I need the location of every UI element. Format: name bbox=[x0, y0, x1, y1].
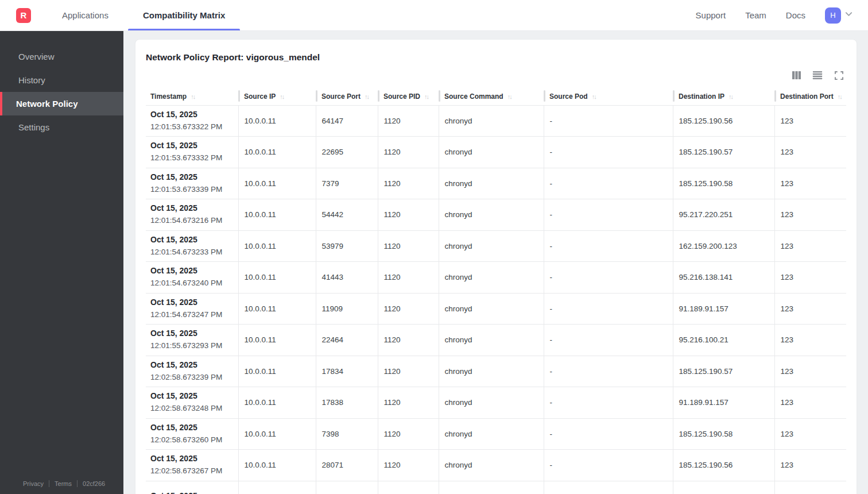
sort-icon[interactable]: ↑↓ bbox=[507, 93, 512, 100]
nav-tabs: ApplicationsCompatibility Matrix bbox=[47, 0, 240, 30]
avatar[interactable]: H bbox=[825, 7, 841, 24]
source-command-cell: chronyd bbox=[439, 387, 544, 419]
fullscreen-icon[interactable] bbox=[834, 70, 844, 80]
columns-view-icon[interactable] bbox=[791, 70, 801, 80]
footer-divider bbox=[49, 480, 49, 487]
destination-ip-cell: 95.216.100.21 bbox=[673, 325, 774, 356]
sort-icon[interactable]: ↑↓ bbox=[424, 93, 428, 100]
table-row: Oct 15, 202512:01:54.673240 PM10.0.0.114… bbox=[146, 262, 846, 294]
column-header-source-command[interactable]: Source Command↑↓ bbox=[439, 88, 544, 105]
source-pod-cell: - bbox=[544, 450, 673, 481]
source-ip-cell: 10.0.0.11 bbox=[238, 293, 316, 325]
chevron-down-icon[interactable] bbox=[844, 10, 853, 21]
timestamp-date: Oct 15, 2025 bbox=[150, 490, 238, 494]
nav-right: SupportTeamDocs H bbox=[696, 0, 868, 30]
sort-icon[interactable]: ↑↓ bbox=[592, 93, 596, 100]
privacy-link[interactable]: Privacy bbox=[23, 480, 44, 487]
column-header-source-pod[interactable]: Source Pod↑↓ bbox=[544, 88, 673, 105]
rows-view-icon[interactable] bbox=[812, 70, 823, 80]
source-pod-cell: - bbox=[544, 105, 673, 137]
timestamp-time: 12:01:53.673332 PM bbox=[150, 152, 238, 164]
source-command-cell: chronyd bbox=[439, 418, 544, 450]
source-pod-cell: - bbox=[544, 293, 673, 325]
source-command-cell: chronyd bbox=[439, 199, 544, 231]
destination-port-cell: 123 bbox=[774, 168, 846, 199]
source-command-cell: chronyd bbox=[439, 137, 544, 168]
column-header-source-pid[interactable]: Source PID↑↓ bbox=[378, 88, 439, 105]
column-header-source-port[interactable]: Source Port↑↓ bbox=[316, 88, 378, 105]
source-pid-cell: 1120 bbox=[378, 199, 439, 231]
source-pid-cell: 1120 bbox=[378, 262, 439, 294]
source-command-cell: chronyd bbox=[439, 262, 544, 294]
timestamp-cell: Oct 15, 202512:01:54.673233 PM bbox=[146, 230, 238, 262]
sidebar-item-network-policy[interactable]: Network Policy bbox=[0, 92, 123, 115]
timestamp-time: 12:02:58.673267 PM bbox=[150, 465, 238, 477]
timestamp-cell: Oct 15, 202512:01:53.673332 PM bbox=[146, 137, 238, 168]
timestamp-cell: Oct 15, 202512:01:55.673293 PM bbox=[146, 325, 238, 356]
column-label: Timestamp bbox=[150, 92, 187, 101]
column-header-source-ip[interactable]: Source IP↑↓ bbox=[238, 88, 316, 105]
sidebar-item-settings[interactable]: Settings bbox=[0, 115, 123, 139]
table-row: Oct 15, 202512:02:58.673239 PM10.0.0.111… bbox=[146, 356, 846, 387]
nav-link-team[interactable]: Team bbox=[745, 10, 766, 20]
column-label: Destination IP bbox=[679, 92, 724, 101]
main-content: Network Policy Report: vigorous_mendel T… bbox=[123, 31, 868, 494]
table-row: Oct 15, 202512:01:55.673293 PM10.0.0.112… bbox=[146, 325, 846, 356]
column-header-timestamp[interactable]: Timestamp↑↓ bbox=[146, 88, 238, 105]
sort-icon[interactable]: ↑↓ bbox=[280, 93, 284, 100]
nav-tab-compatibility-matrix[interactable]: Compatibility Matrix bbox=[128, 0, 240, 30]
sort-icon[interactable]: ↑↓ bbox=[365, 93, 369, 100]
column-header-destination-ip[interactable]: Destination IP↑↓ bbox=[673, 88, 774, 105]
destination-port-cell: 123 bbox=[774, 325, 846, 356]
timestamp-date: Oct 15, 2025 bbox=[150, 359, 238, 372]
timestamp-cell: Oct 15, 202512:01:54.673240 PM bbox=[146, 262, 238, 294]
sidebar-item-history[interactable]: History bbox=[0, 68, 123, 92]
sort-icon[interactable]: ↑↓ bbox=[728, 93, 733, 100]
timestamp-cell: Oct 15, 202512:01:53.673339 PM bbox=[146, 168, 238, 199]
app-logo[interactable]: R bbox=[16, 8, 31, 23]
source-port-cell: 64147 bbox=[316, 105, 378, 137]
timestamp-time: 12:01:54.673247 PM bbox=[150, 309, 238, 321]
destination-ip-cell: 91.189.91.157 bbox=[673, 293, 774, 325]
source-ip-cell: 10.0.0.11 bbox=[238, 450, 316, 481]
timestamp-date: Oct 15, 2025 bbox=[150, 390, 238, 403]
timestamp-date: Oct 15, 2025 bbox=[150, 327, 238, 340]
source-ip-cell: 10.0.0.11 bbox=[238, 325, 316, 356]
source-port-cell: 17834 bbox=[316, 356, 378, 387]
source-command-cell: chronyd bbox=[439, 168, 544, 199]
report-card: Network Policy Report: vigorous_mendel T… bbox=[135, 39, 857, 494]
nav-link-docs[interactable]: Docs bbox=[786, 10, 805, 20]
sort-icon[interactable]: ↑↓ bbox=[838, 93, 842, 100]
column-header-destination-port[interactable]: Destination Port↑↓ bbox=[774, 88, 846, 105]
source-pid-cell: 1120 bbox=[378, 230, 439, 262]
source-pod-cell: - bbox=[544, 230, 673, 262]
logo-container: R bbox=[0, 0, 47, 30]
source-pod-cell: - bbox=[544, 387, 673, 419]
destination-port-cell: 123 bbox=[774, 262, 846, 294]
destination-port-cell: 123 bbox=[774, 356, 846, 387]
source-port-cell: 53979 bbox=[316, 230, 378, 262]
destination-ip-cell: 91.189.91.157 bbox=[673, 387, 774, 419]
destination-ip-cell: 185.125.190.57 bbox=[673, 356, 774, 387]
source-port-cell: 22695 bbox=[316, 137, 378, 168]
user-menu[interactable]: H bbox=[825, 7, 853, 24]
source-port-cell: 41443 bbox=[316, 262, 378, 294]
table-row: Oct 15, 202512:01:53.673339 PM10.0.0.117… bbox=[146, 168, 846, 199]
nav-tab-applications[interactable]: Applications bbox=[47, 0, 123, 30]
source-command-cell: chronyd bbox=[439, 450, 544, 481]
timestamp-date: Oct 15, 2025 bbox=[150, 265, 238, 277]
terms-link[interactable]: Terms bbox=[55, 480, 72, 487]
destination-ip-cell: 162.159.200.123 bbox=[673, 230, 774, 262]
destination-port-cell: 123 bbox=[774, 230, 846, 262]
source-port-cell: 11909 bbox=[316, 293, 378, 325]
table-row: Oct 15, 202512:02:58.673260 PM10.0.0.117… bbox=[146, 418, 846, 450]
sidebar-item-overview[interactable]: Overview bbox=[0, 45, 123, 68]
sort-icon[interactable]: ↑↓ bbox=[191, 93, 195, 100]
timestamp-time: 12:01:54.673233 PM bbox=[150, 246, 238, 258]
nav-link-support[interactable]: Support bbox=[696, 10, 726, 20]
source-ip-cell: 10.0.0.11 bbox=[238, 105, 316, 137]
source-command-cell: chronyd bbox=[439, 325, 544, 356]
source-pid-cell: 1120 bbox=[378, 137, 439, 168]
source-pid-cell: 1120 bbox=[378, 293, 439, 325]
sidebar: OverviewHistoryNetwork PolicySettings Pr… bbox=[0, 31, 123, 494]
